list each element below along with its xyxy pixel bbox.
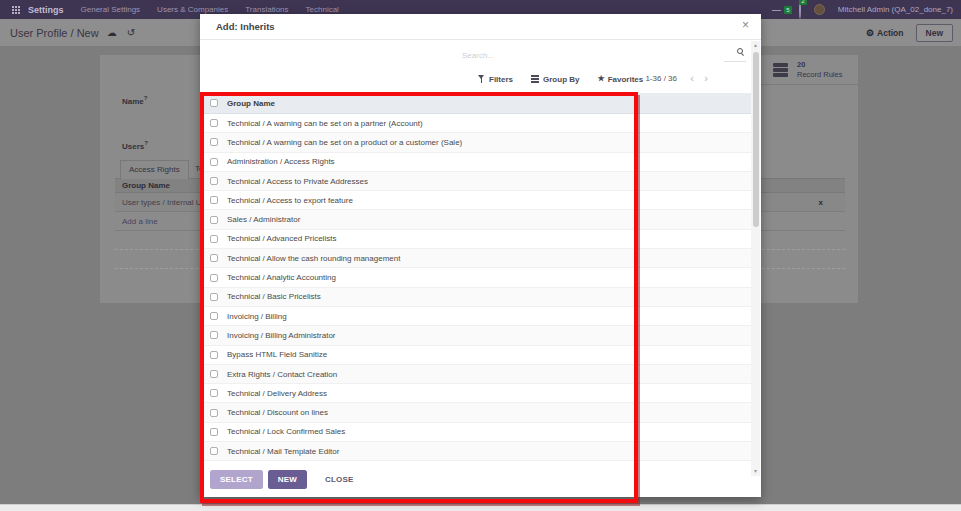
search-zone	[462, 44, 746, 62]
row-checkbox[interactable]	[210, 409, 218, 417]
list-item[interactable]: Bypass HTML Field Sanitize	[200, 346, 752, 365]
new-record-button[interactable]: New	[916, 24, 953, 42]
search-input[interactable]	[462, 48, 724, 64]
record-rules-stat-button[interactable]: 20 Record Rules	[758, 55, 858, 85]
pager-previous-icon[interactable]: ‹	[690, 66, 694, 92]
row-label: Invoicing / Billing Administrator	[227, 331, 336, 340]
funnel-icon	[478, 75, 485, 83]
row-checkbox[interactable]	[210, 216, 218, 224]
favorites-button[interactable]: ★Favorites	[597, 75, 643, 84]
list-item[interactable]: Technical / Discount on lines	[200, 403, 752, 422]
stat-count: 20	[797, 60, 805, 69]
row-label: Technical / Basic Pricelists	[227, 292, 321, 301]
modal-list-rows: Technical / A warning can be set on a pa…	[200, 114, 752, 461]
close-icon[interactable]: ×	[742, 18, 749, 32]
row-label: Technical / A warning can be set on a pr…	[227, 138, 462, 147]
list-item[interactable]: Technical / A warning can be set on a pr…	[200, 133, 752, 152]
activities-badge: 2	[799, 0, 807, 5]
activities-menu[interactable]: 2	[799, 1, 801, 19]
scrollbar-thumb[interactable]	[753, 52, 759, 227]
add-inherits-modal: Add: Inherits × Filters Group By ★Favori…	[200, 14, 761, 497]
menu-users-companies[interactable]: Users & Companies	[157, 5, 228, 14]
search-options-row: Filters Group By ★Favorites 1-36 / 36 ‹ …	[200, 66, 752, 92]
app-name[interactable]: Settings	[28, 5, 64, 15]
list-item[interactable]: Technical / A warning can be set on a pa…	[200, 114, 752, 133]
menu-general-settings[interactable]: General Settings	[81, 5, 141, 14]
modal-title: Add: Inherits	[216, 21, 275, 32]
tab-access-rights[interactable]: Access Rights	[120, 160, 189, 179]
screen: Settings General Settings Users & Compan…	[0, 0, 961, 511]
row-checkbox[interactable]	[210, 312, 218, 320]
menu-technical[interactable]: Technical	[306, 5, 339, 14]
list-item[interactable]: Technical / Advanced Pricelists	[200, 230, 752, 249]
row-label: Technical / A warning can be set on a pa…	[227, 119, 423, 128]
row-checkbox[interactable]	[210, 254, 218, 262]
list-header-row: Group Name	[200, 93, 752, 114]
row-label: Technical / Mail Template Editor	[227, 447, 339, 456]
list-item[interactable]: Technical / Mail Template Editor	[200, 442, 752, 461]
filters-button[interactable]: Filters	[478, 75, 513, 84]
row-checkbox[interactable]	[210, 428, 218, 436]
row-label: Technical / Analytic Accounting	[227, 273, 336, 282]
list-item[interactable]: Sales / Administrator	[200, 210, 752, 229]
action-menu[interactable]: ⚙Action	[866, 28, 904, 38]
row-checkbox[interactable]	[210, 351, 218, 359]
new-button[interactable]: NEW	[268, 470, 307, 489]
gear-icon: ⚙	[866, 28, 874, 38]
pager-next-icon[interactable]: ›	[704, 66, 708, 92]
modal-footer: SELECT NEW CLOSE	[200, 462, 761, 497]
select-all-checkbox[interactable]	[210, 99, 218, 107]
delete-row-icon[interactable]: x	[819, 193, 823, 212]
row-label: Invoicing / Billing	[227, 312, 287, 321]
row-label: Bypass HTML Field Sanitize	[227, 350, 327, 359]
row-label: Technical / Access to export feature	[227, 196, 353, 205]
user-avatar[interactable]	[814, 4, 825, 15]
row-checkbox[interactable]	[210, 370, 218, 378]
group-by-button[interactable]: Group By	[531, 75, 579, 84]
close-button[interactable]: CLOSE	[315, 470, 364, 489]
row-label: Technical / Access to Private Addresses	[227, 177, 368, 186]
row-checkbox[interactable]	[210, 177, 218, 185]
row-label: Technical / Allow the cash rounding mana…	[227, 254, 400, 263]
row-label: Extra Rights / Contact Creation	[227, 370, 337, 379]
row-checkbox[interactable]	[210, 158, 218, 166]
row-checkbox[interactable]	[210, 389, 218, 397]
save-cloud-icon[interactable]: ☁	[107, 28, 117, 38]
list-item[interactable]: Invoicing / Billing Administrator	[200, 326, 752, 345]
discard-undo-icon[interactable]: ↺	[127, 28, 135, 38]
row-checkbox[interactable]	[210, 447, 218, 455]
layers-icon	[531, 75, 539, 77]
select-button[interactable]: SELECT	[210, 470, 263, 489]
scrollbar[interactable]: ▴ ▾	[751, 41, 760, 476]
list-item[interactable]: Technical / Analytic Accounting	[200, 268, 752, 287]
list-item[interactable]: Technical / Access to export feature	[200, 191, 752, 210]
systray: 5 2 Mitchell Admin (QA_02_done_7)	[773, 0, 957, 19]
modal-header: Add: Inherits ×	[200, 14, 761, 40]
star-icon: ★	[597, 75, 604, 83]
row-label: Technical / Discount on lines	[227, 408, 328, 417]
list-item[interactable]: Technical / Delivery Address	[200, 384, 752, 403]
apps-grid-icon[interactable]	[12, 6, 14, 8]
list-item[interactable]: Technical / Access to Private Addresses	[200, 172, 752, 191]
scroll-up-icon[interactable]: ▴	[751, 41, 760, 50]
row-checkbox[interactable]	[210, 196, 218, 204]
list-item[interactable]: Extra Rights / Contact Creation	[200, 365, 752, 384]
search-icon[interactable]	[737, 48, 743, 54]
name-field-label: Name?	[122, 95, 147, 106]
row-checkbox[interactable]	[210, 331, 218, 339]
row-checkbox[interactable]	[210, 274, 218, 282]
action-label: Action	[877, 28, 903, 38]
row-checkbox[interactable]	[210, 138, 218, 146]
row-checkbox[interactable]	[210, 235, 218, 243]
menu-translations[interactable]: Translations	[245, 5, 288, 14]
row-checkbox[interactable]	[210, 119, 218, 127]
list-item[interactable]: Technical / Allow the cash rounding mana…	[200, 249, 752, 268]
list-item[interactable]: Administration / Access Rights	[200, 153, 752, 172]
row-checkbox[interactable]	[210, 293, 218, 301]
list-item[interactable]: Technical / Lock Confirmed Sales	[200, 423, 752, 442]
list-item[interactable]: Invoicing / Billing	[200, 307, 752, 326]
list-item[interactable]: Technical / Basic Pricelists	[200, 288, 752, 307]
pager-value[interactable]: 1-36 / 36	[645, 66, 677, 92]
user-name[interactable]: Mitchell Admin (QA_02_done_7)	[838, 5, 953, 14]
row-label: Technical / Advanced Pricelists	[227, 234, 336, 243]
